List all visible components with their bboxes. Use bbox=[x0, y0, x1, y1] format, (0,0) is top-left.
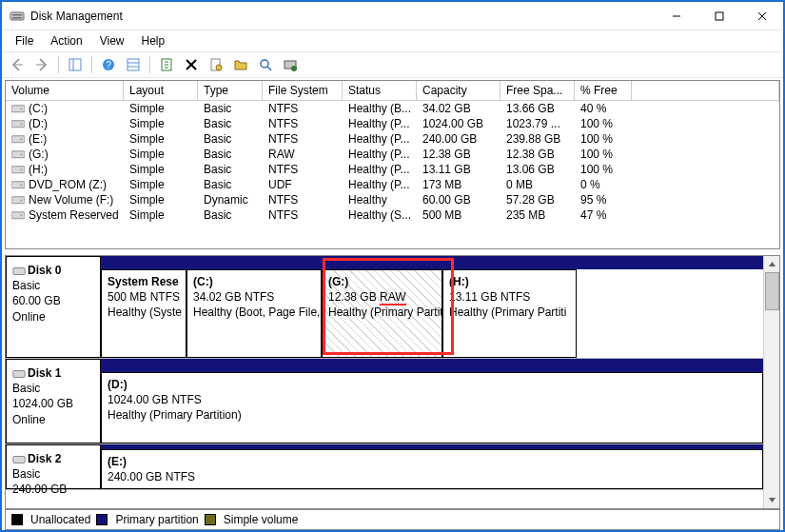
properties-button[interactable] bbox=[205, 53, 227, 76]
partition-title: System Rese bbox=[108, 275, 179, 288]
refresh-button[interactable] bbox=[155, 53, 178, 76]
volume-fs: NTFS bbox=[263, 131, 343, 147]
svg-point-28 bbox=[21, 139, 23, 141]
svg-rect-4 bbox=[716, 12, 723, 20]
svg-point-19 bbox=[261, 60, 268, 68]
partition[interactable]: (H:)13.11 GB NTFSHealthy (Primary Partit… bbox=[442, 269, 577, 358]
svg-text:?: ? bbox=[106, 60, 111, 70]
maximize-button[interactable] bbox=[697, 2, 740, 30]
explore-button[interactable] bbox=[254, 53, 277, 76]
vertical-scrollbar[interactable] bbox=[763, 256, 779, 508]
volume-pct: 0 % bbox=[575, 177, 632, 192]
disk-info[interactable]: Disk 1Basic1024.00 GBOnline bbox=[6, 359, 101, 443]
partition-size: 34.02 GB NTFS bbox=[193, 290, 274, 304]
menu-help[interactable]: Help bbox=[134, 32, 173, 49]
volume-layout: Simple bbox=[124, 177, 198, 192]
disk-state: Online bbox=[12, 413, 46, 426]
menu-view[interactable]: View bbox=[92, 32, 132, 49]
volume-pct: 100 % bbox=[575, 147, 632, 162]
volume-free: 13.66 GB bbox=[500, 101, 575, 116]
svg-rect-40 bbox=[13, 370, 25, 377]
col-status[interactable]: Status bbox=[343, 81, 417, 101]
volume-pct: 47 % bbox=[575, 207, 632, 223]
delete-button[interactable] bbox=[180, 53, 203, 76]
help-button[interactable]: ? bbox=[97, 53, 120, 76]
partition[interactable]: (E:)240.00 GB NTFS bbox=[101, 449, 763, 489]
volume-status: Healthy (B... bbox=[343, 101, 417, 116]
svg-rect-29 bbox=[11, 151, 25, 158]
svg-point-24 bbox=[21, 108, 23, 110]
volume-fs: NTFS bbox=[263, 207, 343, 223]
partition-title: (G:) bbox=[328, 275, 348, 288]
volume-row[interactable]: (H:)SimpleBasicNTFSHealthy (P...13.11 GB… bbox=[6, 162, 779, 177]
volume-row[interactable]: DVD_ROM (Z:)SimpleBasicUDFHealthy (P...1… bbox=[6, 177, 779, 192]
volume-row[interactable]: (G:)SimpleBasicRAWHealthy (P...12.38 GB1… bbox=[6, 147, 779, 162]
open-button[interactable] bbox=[229, 53, 252, 76]
volume-name: (H:) bbox=[29, 163, 48, 176]
volume-list-body[interactable]: (C:)SimpleBasicNTFSHealthy (B...34.02 GB… bbox=[6, 101, 779, 248]
svg-point-18 bbox=[216, 65, 222, 70]
volume-capacity: 60.00 GB bbox=[417, 192, 500, 207]
volume-capacity: 12.38 GB bbox=[417, 147, 500, 162]
col-layout[interactable]: Layout bbox=[124, 81, 198, 101]
volume-row[interactable]: New Volume (F:)SimpleDynamicNTFSHealthy6… bbox=[6, 192, 779, 207]
col-volume[interactable]: Volume bbox=[6, 81, 124, 101]
disk-info[interactable]: Disk 0Basic60.00 GBOnline bbox=[6, 256, 101, 358]
drive-icon bbox=[11, 180, 25, 191]
volume-row[interactable]: System ReservedSimpleBasicNTFSHealthy (S… bbox=[6, 207, 779, 223]
volume-status: Healthy (P... bbox=[343, 116, 417, 131]
svg-rect-2 bbox=[12, 17, 22, 19]
partition[interactable]: System Rese500 MB NTFSHealthy (Syste bbox=[101, 269, 186, 358]
scroll-down-icon[interactable] bbox=[765, 492, 779, 508]
svg-point-30 bbox=[21, 154, 23, 156]
svg-rect-39 bbox=[13, 267, 25, 274]
partition[interactable]: (C:)34.02 GB NTFSHealthy (Boot, Page Fil… bbox=[186, 269, 322, 358]
volume-row[interactable]: (C:)SimpleBasicNTFSHealthy (B...34.02 GB… bbox=[6, 101, 779, 116]
volume-row[interactable]: (E:)SimpleBasicNTFSHealthy (P...240.00 G… bbox=[6, 131, 779, 147]
svg-rect-11 bbox=[128, 59, 139, 70]
volume-layout: Simple bbox=[124, 116, 198, 131]
svg-rect-31 bbox=[11, 167, 25, 173]
show-hide-tree-button[interactable] bbox=[64, 53, 87, 76]
partition-status: Healthy (Primary Partit bbox=[328, 305, 442, 319]
col-capacity[interactable]: Capacity bbox=[417, 81, 500, 101]
drive-icon bbox=[11, 119, 25, 130]
volume-capacity: 13.11 GB bbox=[417, 162, 500, 177]
volume-type: Basic bbox=[198, 177, 263, 192]
svg-rect-1 bbox=[12, 14, 22, 16]
svg-point-32 bbox=[21, 169, 23, 171]
disk-graphical-view[interactable]: Disk 0Basic60.00 GBOnlineSystem Rese500 … bbox=[5, 255, 780, 509]
drive-icon bbox=[11, 165, 25, 176]
col-filesystem[interactable]: File System bbox=[263, 81, 343, 101]
volume-layout: Simple bbox=[124, 192, 198, 207]
forward-button[interactable] bbox=[30, 53, 53, 76]
legend-simple: Simple volume bbox=[224, 513, 299, 526]
settings-list-button[interactable] bbox=[122, 53, 145, 76]
volume-row[interactable]: (D:)SimpleBasicNTFSHealthy (P...1024.00 … bbox=[6, 116, 779, 131]
titlebar[interactable]: Disk Management bbox=[2, 2, 783, 30]
toolbar: ? bbox=[2, 51, 783, 78]
action-button[interactable] bbox=[279, 53, 302, 76]
col-type[interactable]: Type bbox=[198, 81, 263, 101]
menu-action[interactable]: Action bbox=[43, 32, 89, 49]
partition-size: 12.38 GB RAW bbox=[328, 290, 406, 305]
back-button[interactable] bbox=[6, 53, 29, 76]
volume-list[interactable]: Volume Layout Type File System Status Ca… bbox=[5, 80, 780, 249]
scrollbar-thumb[interactable] bbox=[765, 272, 779, 310]
col-pctfree[interactable]: % Free bbox=[575, 81, 632, 101]
volume-name: (C:) bbox=[29, 102, 48, 115]
scroll-up-icon[interactable] bbox=[765, 256, 779, 272]
svg-point-38 bbox=[21, 215, 23, 217]
volume-status: Healthy (P... bbox=[343, 131, 417, 147]
partition[interactable]: (D:)1024.00 GB NTFSHealthy (Primary Part… bbox=[101, 372, 763, 443]
menu-file[interactable]: File bbox=[8, 32, 41, 49]
volume-type: Dynamic bbox=[198, 192, 263, 207]
disk-info[interactable]: Disk 2Basic240.00 GB bbox=[6, 444, 101, 489]
disk-type: Basic bbox=[12, 467, 40, 481]
partition[interactable]: (G:)12.38 GB RAWHealthy (Primary Partit bbox=[322, 269, 442, 358]
volume-fs: NTFS bbox=[263, 101, 343, 116]
minimize-button[interactable] bbox=[655, 2, 697, 30]
close-button[interactable] bbox=[740, 2, 783, 30]
col-freespace[interactable]: Free Spa... bbox=[500, 81, 575, 101]
svg-rect-41 bbox=[13, 456, 25, 463]
